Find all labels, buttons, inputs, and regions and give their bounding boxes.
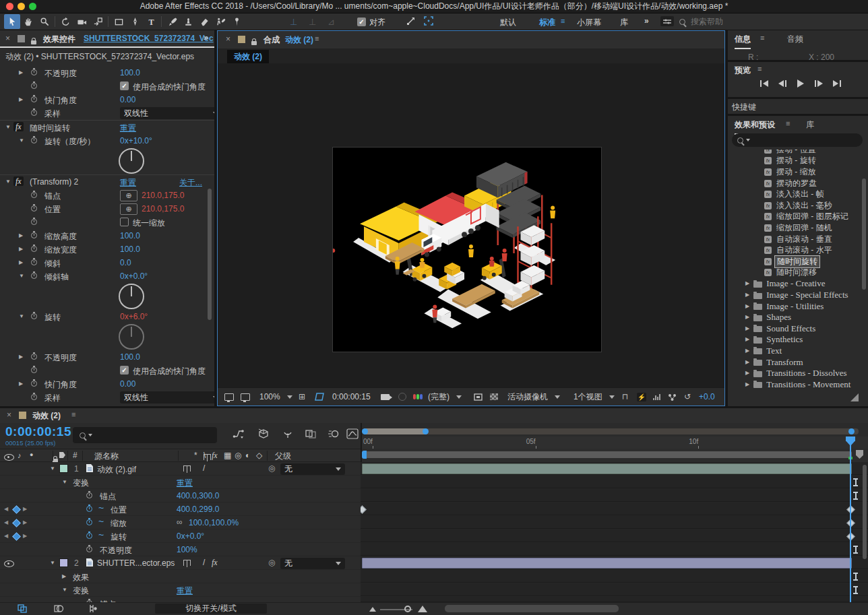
- motion-blur-toggle-icon[interactable]: [54, 604, 64, 615]
- composition-viewport[interactable]: [218, 63, 724, 389]
- panel-title[interactable]: 效果控件: [43, 34, 75, 45]
- row-track[interactable]: [361, 529, 868, 542]
- stopwatch-icon[interactable]: [86, 506, 92, 512]
- stopwatch-icon[interactable]: [86, 519, 92, 525]
- panel-menu-icon[interactable]: ≡: [757, 65, 762, 73]
- parent-dropdown[interactable]: 无: [280, 558, 345, 569]
- panel-menu-icon[interactable]: ≡: [315, 34, 319, 42]
- pen-tool[interactable]: [127, 14, 143, 29]
- lock-icon[interactable]: [251, 41, 257, 45]
- preset-folder[interactable]: ▶Image - Utilities: [728, 300, 868, 312]
- grid-guides-icon[interactable]: ⊞: [299, 392, 305, 401]
- stopwatch-icon[interactable]: [31, 381, 37, 387]
- reset-link[interactable]: 重置: [177, 478, 193, 489]
- property-value[interactable]: 0x+0.0°: [120, 271, 148, 281]
- help-search-input[interactable]: [689, 16, 840, 27]
- stopwatch-icon[interactable]: [31, 273, 37, 279]
- zoom-out-icon[interactable]: [369, 607, 376, 612]
- shy-switch-icon[interactable]: [183, 465, 191, 472]
- brush-tool[interactable]: [164, 14, 180, 29]
- row-track[interactable]: [361, 556, 868, 569]
- graph-toggle-icon[interactable]: ~: [98, 529, 104, 540]
- effects-presets-title[interactable]: 效果和预设: [735, 119, 775, 135]
- row-track[interactable]: [361, 516, 868, 529]
- rotation-dial-control[interactable]: [119, 284, 144, 309]
- presets-search-input[interactable]: [751, 135, 855, 145]
- preset-folder[interactable]: ▶Image - Special Effects: [728, 290, 868, 301]
- panel-title[interactable]: 合成: [264, 34, 280, 46]
- layer-duration-bar[interactable]: [362, 558, 852, 569]
- previous-keyframe-arrow[interactable]: ◀: [4, 533, 8, 539]
- navigator-start-handle[interactable]: [362, 428, 368, 434]
- expander-icon[interactable]: ▶: [745, 315, 749, 320]
- view-axis-mode-icon[interactable]: ⊿: [328, 17, 335, 27]
- expander-icon[interactable]: ▶: [19, 247, 23, 252]
- preset-folder[interactable]: ▶Image - Creative: [728, 278, 868, 290]
- property-value[interactable]: 0.0: [120, 258, 131, 267]
- stopwatch-icon[interactable]: [31, 246, 37, 252]
- row-track[interactable]: [361, 597, 868, 602]
- workspace-library[interactable]: 库: [620, 17, 628, 28]
- expander-icon[interactable]: ▶: [745, 281, 749, 286]
- draft-3d-icon[interactable]: [257, 428, 270, 441]
- tab-info[interactable]: 信息: [735, 34, 751, 49]
- time-ruler[interactable]: 00f05f10f: [362, 436, 868, 449]
- expander-icon[interactable]: ▶: [745, 337, 749, 342]
- close-panel-icon[interactable]: ×: [5, 34, 10, 43]
- magnification-dropdown[interactable]: 100%: [259, 392, 292, 401]
- preset-item[interactable]: fx自动滚动 - 水平: [728, 245, 868, 256]
- property-value[interactable]: 0x+0.0°: [177, 531, 204, 541]
- zoom-tool[interactable]: [36, 14, 53, 29]
- eraser-tool[interactable]: [196, 14, 212, 29]
- layer-name[interactable]: SHUTTER...ector.eps: [97, 558, 175, 568]
- property-value[interactable]: 210.0,175.0: [142, 204, 184, 214]
- expander-icon[interactable]: ▶: [745, 370, 749, 376]
- stopwatch-icon[interactable]: [31, 205, 37, 212]
- timeline-zoom-handle[interactable]: [404, 606, 411, 612]
- source-name-column-header[interactable]: 源名称: [94, 451, 119, 462]
- comp-marker-bin-icon[interactable]: [856, 450, 863, 459]
- time-navigator-track[interactable]: [363, 428, 859, 434]
- preset-item[interactable]: fx摆动的罗盘: [728, 178, 868, 189]
- expander-icon[interactable]: ▶: [19, 70, 23, 75]
- layer-duration-bar[interactable]: [362, 463, 852, 474]
- close-panel-icon[interactable]: ×: [7, 410, 11, 420]
- preset-folder[interactable]: ▶Synthetics: [728, 334, 868, 346]
- expander-icon[interactable]: ▶: [19, 260, 23, 265]
- shortcuts-title[interactable]: 快捷键: [732, 102, 756, 113]
- graph-toggle-icon[interactable]: ~: [98, 503, 104, 513]
- roto-brush-tool[interactable]: [212, 14, 228, 29]
- resolution-dropdown[interactable]: (完整): [428, 391, 462, 403]
- property-value[interactable]: 0.00: [120, 95, 135, 104]
- preset-folder[interactable]: ▶Text: [728, 346, 868, 357]
- previous-frame-button[interactable]: [774, 78, 790, 89]
- puppet-pin-tool[interactable]: [228, 14, 245, 29]
- row-track[interactable]: [361, 462, 868, 475]
- view-layout-dropdown[interactable]: 1个视图: [574, 391, 615, 403]
- property-value[interactable]: 100.0: [120, 245, 140, 254]
- quality-switch-icon[interactable]: /: [203, 463, 205, 473]
- preset-item[interactable]: fx缩放回弹 - 随机: [728, 222, 868, 234]
- previous-keyframe-arrow[interactable]: ◀: [4, 519, 8, 525]
- reset-exposure-icon[interactable]: ↺: [684, 392, 691, 401]
- expander-icon[interactable]: ▶: [19, 381, 23, 387]
- roi-toggle-icon[interactable]: [474, 393, 483, 401]
- stopwatch-icon[interactable]: [31, 192, 37, 198]
- property-value[interactable]: 100.0,100.0%: [189, 518, 239, 527]
- expander-icon[interactable]: ▼: [5, 125, 11, 130]
- preset-folder[interactable]: ▶Transitions - Dissolves: [728, 368, 868, 379]
- stopwatch-icon[interactable]: [31, 83, 37, 89]
- expander-icon[interactable]: ▼: [19, 314, 24, 319]
- row-track[interactable]: [361, 489, 868, 502]
- stopwatch-icon[interactable]: [31, 354, 37, 360]
- property-value[interactable]: 0x+10.0°: [120, 136, 152, 145]
- expander-icon[interactable]: ▼: [62, 480, 67, 485]
- zoom-window-button[interactable]: [29, 3, 36, 10]
- expander-icon[interactable]: ▼: [19, 138, 24, 143]
- close-window-button[interactable]: [6, 3, 13, 10]
- selection-tool[interactable]: [4, 14, 20, 29]
- stopwatch-icon[interactable]: [31, 394, 37, 400]
- row-track[interactable]: [361, 570, 868, 583]
- next-keyframe-arrow[interactable]: ▶: [23, 506, 27, 512]
- help-search[interactable]: [679, 15, 863, 28]
